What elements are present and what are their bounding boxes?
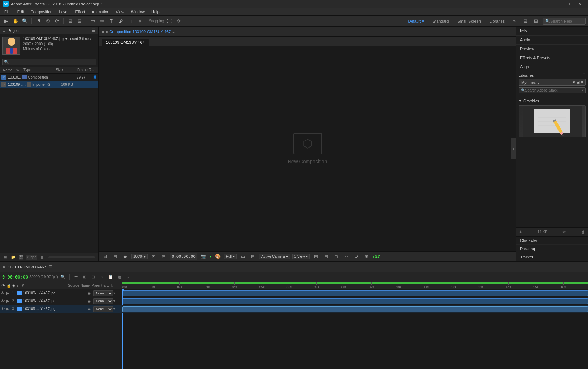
project-search-box[interactable]: 🔍 [2, 59, 96, 65]
tl-link-btn[interactable]: ⇌ [73, 274, 80, 281]
view-3d-btn[interactable]: ◻ [332, 253, 340, 261]
project-item-1[interactable]: J 103109-...-7.jpg Importe...G 306 KB [0, 81, 98, 88]
text-tool[interactable]: T [107, 17, 115, 25]
workspace-small-screen[interactable]: Small Screen [454, 18, 483, 24]
panel-collapse-handle[interactable]: › [511, 138, 516, 159]
effects-panel-item[interactable]: Effects & Presets [516, 53, 588, 62]
layer-row-1[interactable]: 👁 ▶ 1 103109-...-Y-467.jpg ◉ None ▾ [0, 289, 122, 297]
library-dropdown[interactable]: My Library ▾ ⊞ ≡ [519, 79, 586, 86]
rotate-tool[interactable]: ↺ [34, 17, 42, 25]
tracker-panel-item[interactable]: Tracker [516, 253, 588, 261]
menu-layer[interactable]: Layer [56, 9, 72, 15]
tl-paste-btn[interactable]: 📋 [107, 274, 114, 281]
zoom-selector[interactable]: 100% ▾ [131, 254, 148, 259]
adobe-stock-input[interactable] [525, 88, 582, 92]
layer-1-parent-dropdown[interactable]: ▾ [113, 291, 121, 295]
menu-animation[interactable]: Animation [89, 9, 112, 15]
project-search-input[interactable] [10, 60, 95, 64]
layer-3-eye[interactable]: 👁 [1, 307, 6, 312]
track-bar-1[interactable] [122, 290, 588, 296]
view-layout-btn[interactable]: ⊞ [312, 253, 320, 261]
tl-mode-btn[interactable]: ⊕ [124, 274, 132, 281]
tl-rel-btn[interactable]: ⛓ [116, 274, 123, 281]
adobe-stock-search-box[interactable]: 🔍 ▾ [519, 87, 586, 93]
layer-3-toggle[interactable]: ▶ [6, 307, 9, 311]
comp-grid-btn[interactable]: ⊞ [111, 253, 119, 261]
layer-3-solo[interactable]: ◉ [88, 307, 93, 311]
comp-3d-btn[interactable]: ◆ [121, 253, 129, 261]
menu-file[interactable]: File [1, 9, 14, 15]
project-panel-menu[interactable]: ☰ [92, 28, 96, 33]
close-button[interactable]: ✕ [574, 0, 585, 8]
col-name-header[interactable]: Name [1, 68, 16, 73]
graphics-section-header[interactable]: ▼ Graphics [519, 99, 586, 103]
puppet-tool[interactable]: ⌖ [135, 17, 143, 25]
project-item-0[interactable]: C 103109-..._UY-467 Composition 29.97 👤 [0, 74, 98, 81]
hand-tool[interactable]: ✋ [12, 17, 19, 25]
folder-btn[interactable]: 📁 [10, 254, 17, 261]
workspace-icon1[interactable]: ⊞ [521, 17, 529, 25]
tl-motion-btn[interactable]: ⊞ [81, 274, 88, 281]
minimize-button[interactable]: – [551, 0, 562, 8]
library-grid-view[interactable]: ⊞ [576, 80, 580, 85]
comp-grid2[interactable]: ⊟ [160, 253, 168, 261]
workspace-default[interactable]: Default ≡ [405, 18, 427, 24]
audio-panel-item[interactable]: Audio [516, 36, 588, 45]
workspace-icon2[interactable]: ⊟ [532, 17, 540, 25]
camera-selector[interactable]: Active Camera ▾ [259, 254, 290, 259]
comp-monitor-btn[interactable]: 🖥 [101, 253, 109, 261]
search-help-input[interactable] [550, 19, 583, 23]
camera-btn[interactable]: 📷 [199, 253, 207, 261]
transparency-btn[interactable]: ⊞ [249, 253, 257, 261]
stock-dropdown[interactable]: ▾ [582, 88, 584, 92]
track-bar-3[interactable] [122, 306, 588, 312]
track-bar-2[interactable] [122, 298, 588, 304]
menu-composition[interactable]: Composition [28, 9, 55, 15]
paragraph-panel-item[interactable]: Paragraph [516, 245, 588, 253]
view-snap-btn[interactable]: ⊞ [362, 253, 370, 261]
trash-icon[interactable]: 🗑 [582, 230, 585, 234]
snapping-toggle[interactable]: ⛶ [165, 17, 173, 25]
menu-help[interactable]: Help [148, 9, 162, 15]
redo-btn[interactable]: ⟳ [53, 17, 61, 25]
zoom-tool[interactable]: 🔍 [21, 17, 29, 25]
comp-menu-icon[interactable]: ≡ [172, 29, 174, 34]
layer-1-toggle[interactable]: ▶ [6, 291, 9, 295]
brush-tool[interactable]: 🖌 [117, 17, 125, 25]
view-switch-btn[interactable]: ⊟ [322, 253, 330, 261]
layer-1-solo[interactable]: ◉ [88, 291, 93, 295]
menu-window[interactable]: Window [128, 9, 148, 15]
layer-3-parent-dropdown[interactable]: ▾ [113, 307, 121, 311]
layer-1-eye[interactable]: 👁 [1, 291, 6, 296]
align-panel-item[interactable]: Align [516, 62, 588, 71]
view-selector[interactable]: 1 View ▾ [292, 254, 310, 259]
tl-timecode-display[interactable]: 0;00;00;00 [2, 275, 28, 280]
undo-btn[interactable]: ⟲ [43, 17, 51, 25]
layer-2-solo[interactable]: ◉ [88, 299, 93, 303]
arrow-tool[interactable]: ▶ [2, 17, 10, 25]
view-align-btn[interactable]: ↔ [342, 253, 350, 261]
fit-to-screen[interactable]: ⊡ [150, 253, 158, 261]
comp-timecode[interactable]: 0;00;00;00 [170, 253, 197, 260]
info-panel-item[interactable]: Info [516, 27, 588, 36]
delete-btn[interactable]: 🗑 [39, 254, 45, 261]
menu-view[interactable]: View [113, 9, 127, 15]
col-size-header[interactable]: Size [56, 68, 77, 73]
layer-2-parent-dropdown[interactable]: ▾ [113, 299, 121, 303]
add-library-btn[interactable]: + [519, 229, 522, 235]
stagger-btn[interactable]: ⊞ [2, 254, 9, 261]
col-type-header[interactable]: Type [23, 68, 56, 73]
menu-effect[interactable]: Effect [72, 9, 88, 15]
search-help-box[interactable]: 🔍 [543, 18, 586, 25]
timeline-menu-icon[interactable]: ☰ [49, 265, 52, 269]
pen-tool[interactable]: ✏ [98, 17, 106, 25]
grid-tool[interactable]: ⊞ [66, 17, 74, 25]
aspect-ratio-btn[interactable]: ▭ [239, 253, 247, 261]
grid-tool2[interactable]: ⊟ [75, 17, 83, 25]
comp-btn[interactable]: 🎬 [18, 254, 24, 261]
tl-transform-btn[interactable]: ⊟ [90, 274, 97, 281]
tl-search-btn[interactable]: 🔍 [59, 274, 66, 281]
workspace-more[interactable]: » [510, 17, 518, 25]
layer-1-parent-select[interactable]: None [93, 290, 113, 296]
libraries-menu-icon[interactable]: ☰ [582, 73, 586, 78]
